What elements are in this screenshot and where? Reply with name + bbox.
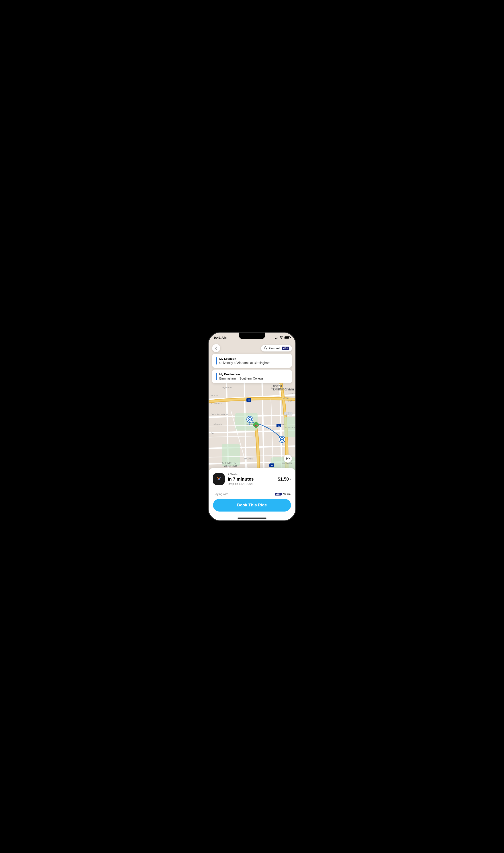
ride-price[interactable]: $1.50 › [278, 476, 291, 482]
svg-text:– WEST END: – WEST END [222, 465, 237, 467]
battery-icon [285, 337, 290, 339]
svg-point-71 [287, 458, 288, 459]
svg-text:CENTR: CENTR [283, 398, 289, 400]
my-destination-value: Birmingham – Southern College [219, 377, 288, 380]
visa-badge-header: VISA [282, 347, 289, 350]
my-destination-label: My Destination [219, 373, 288, 376]
my-location-label: My Location [219, 357, 288, 360]
divider [213, 489, 291, 489]
svg-text:🚗: 🚗 [254, 423, 258, 427]
status-icons [275, 336, 290, 339]
svg-text:dl Payne Dr W: dl Payne Dr W [211, 402, 222, 404]
svg-text:P: P [290, 413, 291, 415]
ride-time: In 7 minutes [228, 476, 275, 482]
payment-method[interactable]: VISA *8864 [275, 492, 290, 496]
svg-text:Daniel Payne Dr: Daniel Payne Dr [271, 387, 284, 389]
account-label: Personal [269, 347, 280, 350]
svg-point-64 [282, 439, 283, 440]
header-overlay: Personal VISA [209, 342, 295, 354]
svg-text:20: 20 [248, 399, 250, 401]
ride-info-row: ✕ 2 Seats In 7 minutes Drop-off ETA: 10:… [213, 473, 291, 486]
svg-point-59 [249, 419, 250, 420]
x-logo-icon: ✕ [217, 476, 221, 482]
svg-text:Daniel Payne Dr W: Daniel Payne Dr W [211, 413, 228, 415]
ride-logo: ✕ [213, 473, 224, 485]
svg-text:11th Ave N: 11th Ave N [288, 392, 295, 394]
svg-point-69 [265, 347, 266, 348]
location-target-button[interactable] [284, 455, 292, 462]
phone-shell: 9:41 AM [209, 332, 295, 521]
notch [239, 332, 265, 339]
price-amount: $1.50 [278, 476, 289, 482]
ride-seats: 2 Seats [228, 473, 275, 476]
ride-eta: Drop-off ETA: 10:03 [228, 482, 275, 486]
svg-text:4th St W: 4th St W [211, 395, 218, 397]
book-ride-button[interactable]: Book This Ride [213, 499, 291, 511]
my-location-value: University of Alabama at Birmingham [219, 361, 288, 365]
svg-text:78: 78 [286, 413, 288, 415]
svg-text:6th Ave S: 6th Ave S [244, 458, 253, 460]
svg-text:65: 65 [271, 464, 273, 467]
svg-text:ARLINGTON: ARLINGTON [222, 462, 236, 464]
payment-row: Paying with VISA *8864 [213, 492, 291, 496]
signal-icon [275, 337, 278, 339]
ride-details: 2 Seats In 7 minutes Drop-off ETA: 10:03 [228, 473, 275, 486]
price-chevron-icon: › [290, 477, 291, 481]
svg-text:65: 65 [278, 425, 280, 427]
destination-indicator [216, 373, 217, 380]
account-icon [264, 346, 267, 350]
svg-text:Ave N: Ave N [288, 400, 292, 402]
svg-point-66 [282, 444, 283, 445]
location-indicator [216, 357, 217, 365]
my-destination-card[interactable]: My Destination Birmingham – Southern Col… [212, 369, 292, 383]
svg-text:Payne Dr W: Payne Dr W [222, 387, 232, 389]
status-time: 9:41 AM [214, 336, 227, 340]
card-number: *8864 [283, 492, 290, 496]
svg-text:1st Ave N: 1st Ave N [288, 427, 295, 429]
svg-point-61 [249, 424, 250, 425]
my-location-card[interactable]: My Location University of Alabama at Bir… [212, 354, 292, 368]
paying-label: Paying with [214, 492, 228, 496]
home-indicator [237, 518, 267, 519]
svg-text:3rd Ave W: 3rd Ave W [213, 423, 222, 425]
wifi-icon [280, 336, 283, 339]
svg-rect-11 [235, 413, 257, 431]
back-button[interactable] [212, 344, 220, 352]
svg-text:Ave: Ave [211, 432, 214, 434]
visa-card-badge: VISA [275, 493, 282, 495]
account-pill[interactable]: Personal VISA [261, 345, 292, 351]
location-cards: My Location University of Alabama at Bir… [212, 354, 292, 385]
bottom-panel: ✕ 2 Seats In 7 minutes Drop-off ETA: 10:… [209, 468, 295, 521]
